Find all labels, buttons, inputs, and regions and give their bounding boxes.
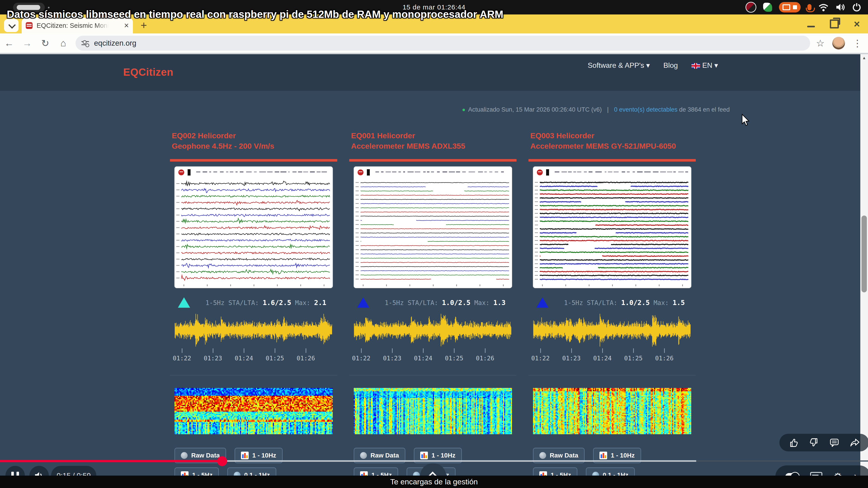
trigger-triangle-icon xyxy=(536,297,549,308)
filter-buttons-row2: 1 - 5Hz 0.1 - 1Hz xyxy=(175,467,276,476)
progress-scrubber[interactable] xyxy=(217,456,227,466)
helicorder-image[interactable] xyxy=(354,166,512,288)
sta-lta-row: 1-5Hz STA/LTA: 1.0/2.5 Max: 1.3 xyxy=(349,295,517,311)
video-actions-pill xyxy=(779,434,868,451)
chart-icon xyxy=(241,452,249,459)
minimize-button[interactable] xyxy=(807,26,815,27)
power-icon[interactable] xyxy=(852,3,861,12)
trigger-triangle-icon xyxy=(178,297,190,308)
screen-record-indicator[interactable] xyxy=(779,2,801,12)
section-divider xyxy=(528,375,696,376)
volume-icon[interactable] xyxy=(835,3,845,12)
tab-favicon xyxy=(26,22,33,29)
feed-status: Actualizado Sun, 15 Mar 2026 00:26:40 UT… xyxy=(463,106,730,113)
globe-icon xyxy=(181,452,188,459)
filter-1-5hz-button[interactable]: 1 - 5Hz xyxy=(354,467,398,476)
filter-01-1hz-button[interactable]: 0.1 - 1Hz xyxy=(586,467,635,476)
web-page: EQCitizen Software & APP's ▾ Blog EN ▾ A… xyxy=(0,53,868,476)
system-tray xyxy=(745,0,861,14)
filter-buttons-row2: 1 - 5Hz 0.1 - 1Hz xyxy=(533,467,635,476)
waveform-image[interactable] xyxy=(175,314,333,347)
sta-lta-text: 1-5Hz STA/LTA: 1.0/2.5 Max: 1.3 xyxy=(385,299,506,306)
sta-lta-row: 1-5Hz STA/LTA: 1.6/2.5 Max: 2.1 xyxy=(170,295,337,311)
back-button[interactable]: ← xyxy=(0,38,18,48)
sta-lta-text: 1-5Hz STA/LTA: 1.0/2.5 Max: 1.5 xyxy=(564,299,685,306)
microphone-icon[interactable] xyxy=(807,4,811,10)
address-bar[interactable]: eqcitizen.org xyxy=(75,36,810,51)
thumbs-up-icon[interactable] xyxy=(788,437,799,448)
station-column-eq002: EQ002 HelicorderGeophone 4.5Hz - 200 V/m… xyxy=(170,130,337,476)
title-underline xyxy=(349,159,517,162)
sta-lta-row: 1-5Hz STA/LTA: 1.0/2.5 Max: 1.5 xyxy=(528,295,696,311)
sta-lta-text: 1-5Hz STA/LTA: 1.6/2.5 Max: 2.1 xyxy=(206,299,327,306)
wifi-icon[interactable] xyxy=(818,3,829,12)
status-separator: | xyxy=(607,106,609,113)
site-logo[interactable]: EQCitizen xyxy=(123,66,174,78)
station-title: EQ001 HelicorderAccelerometer MEMS ADXL3… xyxy=(351,130,465,151)
spectrogram-image[interactable] xyxy=(533,388,691,434)
globe-icon xyxy=(360,452,367,459)
site-navbar: EQCitizen Software & APP's ▾ Blog EN ▾ xyxy=(0,54,860,91)
tab-close-icon[interactable]: × xyxy=(124,22,129,30)
spectrogram-image[interactable] xyxy=(175,388,333,434)
video-title-overlay: Datos sísmicos libmseed en tiempo real c… xyxy=(7,8,503,20)
stop-icon xyxy=(793,5,797,9)
site-nav: Software & APP's ▾ Blog EN ▾ xyxy=(588,61,718,70)
nav-software-apps[interactable]: Software & APP's ▾ xyxy=(588,61,650,70)
restore-button[interactable] xyxy=(830,20,839,29)
home-button[interactable]: ⌂ xyxy=(54,38,72,48)
comments-icon[interactable] xyxy=(829,437,839,448)
close-button[interactable]: × xyxy=(854,20,860,29)
events-link[interactable]: 0 evento(s) detectables xyxy=(614,106,677,113)
waveform-image[interactable] xyxy=(533,314,691,347)
waveform-image[interactable] xyxy=(354,314,512,347)
page-scrollbar[interactable]: ▲ xyxy=(860,54,868,476)
chart-icon xyxy=(599,452,607,459)
section-divider xyxy=(170,375,337,376)
filter-1-5hz-button[interactable]: 1 - 5Hz xyxy=(175,467,219,476)
nav-blog[interactable]: Blog xyxy=(663,61,678,70)
filter-1-5hz-button[interactable]: 1 - 5Hz xyxy=(533,467,577,476)
new-tab-button[interactable]: + xyxy=(141,20,147,30)
browser-toolbar: ← → ↻ ⌂ eqcitizen.org ☆ ⋮ xyxy=(0,33,868,53)
filter-01-1hz-button[interactable]: 0.1 - 1Hz xyxy=(227,467,276,476)
uk-flag-icon xyxy=(691,63,700,69)
video-progress-bar[interactable] xyxy=(0,460,868,462)
helicorder-image[interactable] xyxy=(175,166,333,288)
thumbs-down-icon[interactable] xyxy=(809,437,819,448)
chart-icon xyxy=(181,471,188,476)
chevron-up-icon xyxy=(428,471,438,476)
wave-icon xyxy=(234,472,241,476)
chart-icon xyxy=(539,471,547,476)
title-underline xyxy=(170,159,337,162)
station-title: EQ003 HelicorderAccelerometer MEMS GY-52… xyxy=(530,130,676,151)
obs-icon[interactable] xyxy=(745,2,756,13)
progress-buffered xyxy=(222,460,696,462)
tab-title: EQCitizen: Seismic Moni xyxy=(37,22,109,29)
bottom-letterbox: Te encargas de la gestión xyxy=(0,476,868,488)
mouse-cursor xyxy=(741,114,750,127)
tab-search-button[interactable] xyxy=(4,19,19,32)
reload-button[interactable]: ↻ xyxy=(36,38,54,49)
menu-kebab-icon[interactable]: ⋮ xyxy=(852,38,862,49)
station-column-eq001: EQ001 HelicorderAccelerometer MEMS ADXL3… xyxy=(349,130,517,476)
profile-avatar[interactable] xyxy=(832,37,845,50)
nav-language[interactable]: EN ▾ xyxy=(691,61,718,70)
scrollbar-up-arrow[interactable]: ▲ xyxy=(860,56,868,60)
helicorder-image[interactable] xyxy=(533,166,691,288)
chart-icon xyxy=(420,452,428,459)
share-icon[interactable] xyxy=(849,437,860,448)
scrollbar-thumb[interactable] xyxy=(862,216,867,292)
spectrogram-image[interactable] xyxy=(354,388,512,434)
section-divider xyxy=(349,375,517,376)
forward-button[interactable]: → xyxy=(18,38,36,48)
time-axis: 01:22 01:23 01:24 01:25 01:26 xyxy=(354,348,512,364)
station-columns: EQ002 HelicorderGeophone 4.5Hz - 200 V/m… xyxy=(170,130,696,476)
bookmark-star-icon[interactable]: ☆ xyxy=(816,38,825,49)
site-settings-icon[interactable] xyxy=(81,40,89,46)
station-title: EQ002 HelicorderGeophone 4.5Hz - 200 V/m… xyxy=(172,130,274,151)
status-rest: de 3864 en el feed xyxy=(679,106,730,113)
time-axis: 01:22 01:23 01:24 01:25 01:26 xyxy=(533,348,691,364)
screen-share-icon xyxy=(782,4,790,10)
app-leaf-icon[interactable] xyxy=(763,3,772,12)
